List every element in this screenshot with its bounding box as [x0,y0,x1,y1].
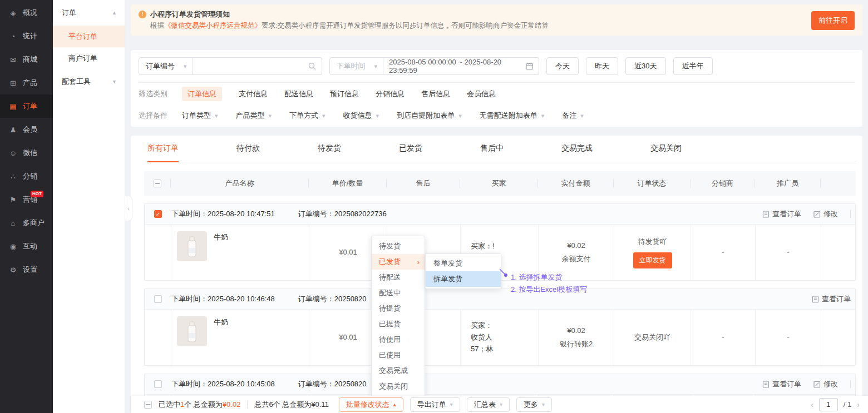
time-type-select[interactable]: 下单时间 ▾ [329,57,384,75]
filter-card: 订单编号 ▾ 下单时间 ▾ 2025-08-05 00:00:00 ~ 2025… [131,50,862,127]
column-header-buyer: 买家 [460,179,538,188]
sidebar-item-multi-merchant[interactable]: ⌂多商户 [0,211,53,235]
next-page-button[interactable]: › [857,400,860,409]
menu-item-delivering[interactable]: 配送中 [372,285,425,301]
menu-item-picked-up[interactable]: 已提货 [372,316,425,332]
current-page-input[interactable]: 1 [819,398,838,411]
tab-closed[interactable]: 交易关闭 [650,136,682,162]
sidebar-item-marketing[interactable]: ⚑营销HOT [0,188,53,211]
category-member-info[interactable]: 会员信息 [467,89,496,99]
condition-remark-select[interactable]: 备注▾ [562,111,584,121]
condition-no-delivery-form-select[interactable]: 无需配送附加表单▾ [480,111,545,121]
order-checkbox[interactable] [154,295,162,303]
category-aftersale-info[interactable]: 售后信息 [421,89,450,99]
sidebar-item-mall[interactable]: ✉商城 [0,48,53,71]
submenu-item-merchant-orders[interactable]: 商户订单 [53,47,125,69]
tab-all-orders[interactable]: 所有订单 [147,136,179,162]
select-all-checkbox[interactable] [154,180,161,187]
summary-table-button[interactable]: 汇总表▾ [467,397,510,412]
batch-modify-status-button[interactable]: 批量修改状态▴ [339,397,403,412]
view-order-link[interactable]: 查看订单 [812,294,851,304]
promoter-cell: - [756,310,821,365]
main-sidebar: ◈概况 ◔统计 ✉商城 ⊞产品 ▤订单 ♟会员 ☺微信 ∴分销 ⚑营销HOT ⌂… [0,0,53,413]
sidebar-item-wechat[interactable]: ☺微信 [0,141,53,165]
submenu-group-tools[interactable]: 配套工具 ▾ [53,69,125,94]
tab-shipped[interactable]: 已发货 [399,136,422,162]
app-root: ◈概况 ◔统计 ✉商城 ⊞产品 ▤订单 ♟会员 ☺微信 ∴分销 ⚑营销HOT ⌂… [0,0,868,413]
orders-icon: ▤ [8,102,18,111]
footer-select-all-checkbox[interactable] [144,401,152,409]
submenu-item-whole-order-ship[interactable]: 整单发货 [426,256,501,271]
sidebar-item-overview[interactable]: ◈概况 [0,1,53,24]
order-number: 订单编号：20250820 [298,294,367,304]
open-shipping-service-button[interactable]: 前往开启 [811,11,855,30]
view-order-link[interactable]: 查看订单 [762,379,801,389]
submenu-item-label: 平台订单 [68,32,97,42]
notice-regulation-link[interactable]: 《微信交易类小程序运营规范》 [164,22,262,29]
sidebar-item-members[interactable]: ♟会员 [0,118,53,141]
tab-completed[interactable]: 交易完成 [561,136,593,162]
sidebar-item-products[interactable]: ⊞产品 [0,71,53,94]
category-reservation-info[interactable]: 预订信息 [330,89,359,99]
sidebar-item-distribution[interactable]: ∴分销 [0,165,53,188]
submenu-group-orders[interactable]: 订单 ▴ [53,0,125,26]
category-order-info[interactable]: 订单信息 [182,87,222,101]
sidebar-item-label: 商城 [23,54,37,64]
menu-item-shipped[interactable]: 已发货› [372,254,425,270]
sidebar-collapse-handle[interactable]: ‹ [125,196,132,221]
order-checkbox[interactable]: ✓ [154,210,162,218]
condition-shipping-info-select[interactable]: 收货信息▾ [343,111,379,121]
condition-order-type-select[interactable]: 订单类型▾ [182,111,218,121]
quick-range-yesterday-button[interactable]: 昨天 [586,57,618,75]
condition-product-type-select[interactable]: 产品类型▾ [236,111,272,121]
menu-item-pending-shipment[interactable]: 待发货 [372,238,425,254]
product-image [177,316,207,346]
export-orders-button[interactable]: 导出订单▾ [410,397,460,412]
search-icon[interactable] [308,62,316,70]
chevron-down-icon: ▾ [322,113,326,119]
menu-item-pending-use[interactable]: 待使用 [372,332,425,347]
category-delivery-info[interactable]: 配送信息 [284,89,313,99]
menu-item-pending-pickup[interactable]: 待提货 [372,301,425,316]
edit-icon [813,381,821,388]
tab-aftersale[interactable]: 售后中 [480,136,504,162]
order-number-search-input[interactable] [193,57,322,75]
overview-icon: ◈ [8,9,18,17]
menu-item-trade-complete[interactable]: 交易完成 [372,363,425,379]
edit-order-link[interactable]: 修改 [813,379,838,389]
category-payment-info[interactable]: 支付信息 [239,89,268,99]
amount-cell: ¥0.02 银行转账2 [539,310,614,365]
search-type-select[interactable]: 订单编号 ▾ [139,57,193,75]
quick-range-30days-button[interactable]: 近30天 [625,57,665,75]
sidebar-item-settings[interactable]: ⚙设置 [0,258,53,281]
total-summary: 总共6个 总金额为¥0.11 [254,400,328,410]
order-time: 下单时间：2025-08-20 10:47:51 [171,209,275,219]
category-distribution-info[interactable]: 分销信息 [376,89,405,99]
more-button[interactable]: 更多▾ [516,397,552,412]
order-checkbox[interactable] [154,380,162,388]
condition-pickup-form-select[interactable]: 到店自提附加表单▾ [397,111,462,121]
sub-sidebar: 订单 ▴ 平台订单 商户订单 配套工具 ▾ [53,0,125,413]
condition-order-method-select[interactable]: 下单方式▾ [289,111,326,121]
sidebar-item-orders[interactable]: ▤订单 [0,94,53,118]
sidebar-item-interaction[interactable]: ◉互动 [0,235,53,258]
menu-item-trade-closed[interactable]: 交易关闭 [372,379,425,394]
buyer-line: 买家： [471,321,492,331]
tab-pending-shipment[interactable]: 待发货 [318,136,341,162]
menu-item-pending-delivery[interactable]: 待配送 [372,270,425,285]
menu-item-used[interactable]: 已使用 [372,347,425,363]
condition-value: 下单方式 [289,111,318,121]
submenu-item-split-order-ship[interactable]: 拆单发货 [426,271,501,287]
ship-now-button[interactable]: 立即发货 [633,252,672,268]
prev-page-button[interactable]: ‹ [811,400,813,409]
quick-range-halfyear-button[interactable]: 近半年 [673,57,713,75]
quick-range-today-button[interactable]: 今天 [546,57,579,75]
sidebar-item-stats[interactable]: ◔统计 [0,24,53,48]
hot-badge: HOT [31,191,43,197]
buyer-line: 买家：! [471,241,495,252]
submenu-item-platform-orders[interactable]: 平台订单 [53,26,125,47]
view-order-link[interactable]: 查看订单 [762,209,801,219]
tab-pending-payment[interactable]: 待付款 [236,136,260,162]
date-range-input[interactable]: 2025-08-05 00:00:00 ~ 2025-08-20 23:59:5… [383,57,539,75]
edit-order-link[interactable]: 修改 [813,209,838,219]
